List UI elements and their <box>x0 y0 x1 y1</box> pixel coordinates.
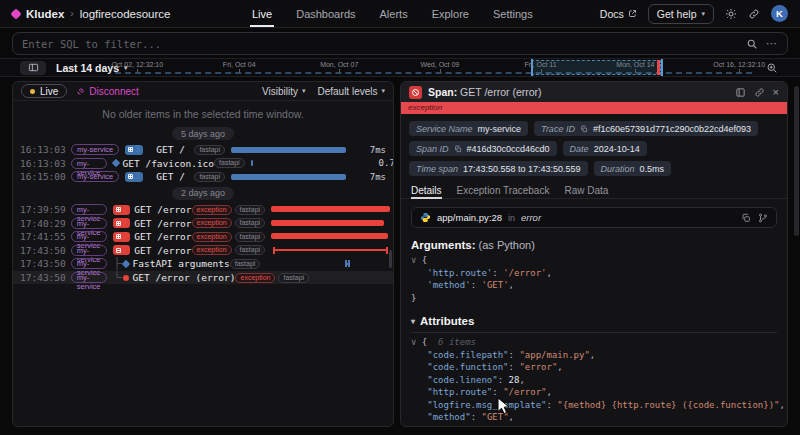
arguments-heading-suffix: (as Python) <box>476 239 535 251</box>
user-avatar[interactable]: K <box>771 5 788 22</box>
selection-left-handle[interactable] <box>531 59 533 76</box>
span-name: GET /error (error) <box>133 272 236 283</box>
copy-icon[interactable] <box>454 145 462 153</box>
dock-panel-icon[interactable] <box>735 87 746 98</box>
visibility-dropdown[interactable]: Visibility ▾ <box>262 86 305 97</box>
code-location-bar[interactable]: app/main.py:28 in error <box>411 207 777 228</box>
detail-body: app/main.py:28 in error Arguments: (as P… <box>401 199 787 427</box>
collapsed-spans-badge[interactable]: 2 <box>113 245 131 255</box>
row-duration: 0.7ms <box>373 158 394 168</box>
trace-row[interactable]: 17:43:50my-serviceGET /error (error)exce… <box>13 271 393 285</box>
collapsed-spans-badge[interactable]: 2 <box>113 218 131 228</box>
attributes-heading-label: Attributes <box>420 315 474 327</box>
search-icon[interactable] <box>746 38 758 50</box>
service-tag: my-service <box>71 158 107 169</box>
exception-banner: exception <box>401 102 787 114</box>
tab-dashboards[interactable]: Dashboards <box>296 0 355 27</box>
function-name: error <box>521 212 541 223</box>
timeline-tick-mark <box>137 69 138 73</box>
org-name[interactable]: Kludex <box>26 8 64 20</box>
git-branch-icon[interactable] <box>758 213 768 223</box>
detail-tab-raw-data[interactable]: Raw Data <box>564 182 608 198</box>
live-status-dot <box>30 89 35 94</box>
attributes-heading[interactable]: ▾Attributes <box>411 315 777 327</box>
project-name[interactable]: logfirecodesource <box>80 8 171 20</box>
code-bar-actions <box>741 213 768 223</box>
trace-row[interactable]: 17:40:29my-service2GET /errorexceptionfa… <box>13 216 393 230</box>
chevron-down-icon: ▾ <box>302 87 306 95</box>
visibility-label: Visibility <box>262 86 298 97</box>
trace-row[interactable]: 17:41:55my-service2GET /errorexceptionfa… <box>13 230 393 244</box>
arguments-code: ∨ { 'http.route': '/error', 'method': 'G… <box>411 254 777 304</box>
link-icon <box>748 8 760 20</box>
page-scrollbar[interactable] <box>794 86 799 236</box>
service-tag: my-service <box>71 204 107 215</box>
sql-filter-input[interactable] <box>22 38 738 50</box>
theme-toggle-button[interactable] <box>725 8 737 20</box>
collapsed-spans-badge[interactable]: 2 <box>113 232 131 242</box>
field-label: Duration <box>601 164 635 174</box>
chevron-down-icon: ▾ <box>381 87 385 95</box>
main-content: Live Disconnect Visibility ▾ Default lev… <box>12 81 788 427</box>
duration-bar <box>271 233 388 239</box>
docs-link[interactable]: Docs <box>600 8 637 20</box>
span-detail-header: Span: GET /error (error) × <box>401 82 787 102</box>
tag-fastapi: fastapi <box>235 232 266 242</box>
nav-tabs: LiveDashboardsAlertsExploreSettings <box>252 0 533 27</box>
in-label: in <box>508 213 515 223</box>
collapsed-spans-badge[interactable]: 3 <box>125 172 143 182</box>
trace-row[interactable]: 16:13:03my-serviceGET /favicon.icofastap… <box>13 157 393 171</box>
tag-exception: exception <box>235 273 275 283</box>
span-diamond-icon <box>111 159 119 167</box>
collapsed-spans-badge[interactable]: 2 <box>113 205 131 215</box>
trace-row[interactable]: 17:39:59my-service2GET /errorexceptionfa… <box>13 203 393 217</box>
get-help-button[interactable]: Get help ▾ <box>648 4 714 24</box>
row-marker: 2 <box>112 218 131 228</box>
docs-label: Docs <box>600 8 624 20</box>
timeline-tick-mark <box>440 69 441 73</box>
tab-explore[interactable]: Explore <box>432 0 469 27</box>
span-title-prefix: Span: <box>428 86 457 98</box>
span-name: FastAPI arguments <box>133 258 230 269</box>
share-link-button[interactable] <box>748 8 760 20</box>
duration-bar <box>345 260 350 267</box>
timeline-selection[interactable] <box>531 60 661 75</box>
span-title-text: GET /error (error) <box>457 86 541 98</box>
span-count: 2 <box>123 246 128 255</box>
sql-filter-bar: ⋯ <box>12 32 788 55</box>
trace-row[interactable]: 16:13:03my-service3GET /fastapi7ms <box>13 143 393 157</box>
field-label: Trace ID <box>541 124 575 134</box>
trace-row[interactable]: 17:43:50my-serviceFastAPI argumentsfasta… <box>13 257 393 271</box>
span-header-actions: × <box>735 86 779 98</box>
trace-list-scrollbar[interactable] <box>389 250 392 268</box>
copy-icon[interactable] <box>741 213 751 223</box>
close-icon[interactable]: × <box>773 86 779 98</box>
timeline-track[interactable]: Oct 02, 12:32:10Fri, Oct 04Mon, Oct 07We… <box>115 59 752 76</box>
zoom-in-icon[interactable] <box>766 62 778 74</box>
duration-track <box>266 257 388 271</box>
trace-row[interactable]: 16:15:00my-service3GET /fastapi7ms <box>13 170 393 184</box>
row-marker: 2 <box>112 245 131 255</box>
collapsed-spans-badge[interactable]: 3 <box>125 145 143 155</box>
span-count: 2 <box>123 219 128 228</box>
toggle-sidebar-button[interactable] <box>20 61 46 75</box>
tab-settings[interactable]: Settings <box>493 0 533 27</box>
sidebar-icon <box>28 62 39 73</box>
row-duration: 7ms <box>393 205 394 215</box>
selection-right-handle[interactable] <box>661 59 663 76</box>
row-tags: fastapi <box>194 145 225 155</box>
duration-track <box>271 203 393 217</box>
attributes-divider <box>411 332 777 333</box>
levels-dropdown[interactable]: Default levels ▾ <box>317 86 385 97</box>
copy-link-icon[interactable] <box>754 87 765 98</box>
disconnect-button[interactable]: Disconnect <box>76 86 138 97</box>
copy-icon[interactable] <box>580 125 588 133</box>
breadcrumb[interactable]: Kludex › logfirecodesource <box>12 8 170 20</box>
tab-alerts[interactable]: Alerts <box>380 0 408 27</box>
tab-live[interactable]: Live <box>252 0 272 27</box>
detail-tab-exception-traceback[interactable]: Exception Traceback <box>457 182 550 198</box>
detail-tab-details[interactable]: Details <box>411 182 442 198</box>
trace-row[interactable]: 17:43:50my-service2GET /errorexceptionfa… <box>13 244 393 258</box>
more-options-button[interactable]: ⋯ <box>766 37 778 50</box>
live-toggle-button[interactable]: Live <box>21 84 67 98</box>
